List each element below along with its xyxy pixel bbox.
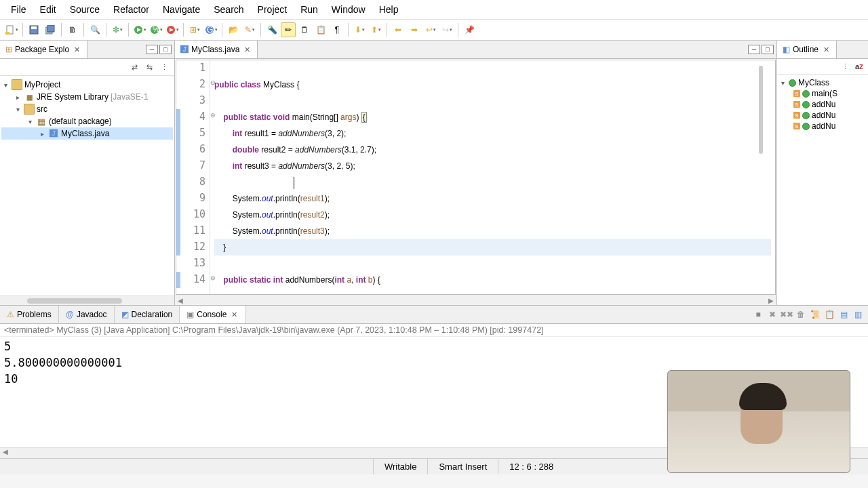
view-menu-icon[interactable]: ⋮ — [158, 61, 170, 73]
menu-edit[interactable]: Edit — [33, 1, 63, 18]
code-line[interactable]: System.out.println(result2); — [214, 207, 771, 223]
outline-method-node[interactable]: SaddNu — [778, 99, 867, 110]
code-line[interactable]: int result1 = addNumbers(3, 2); — [214, 125, 771, 142]
minimize-button[interactable]: ─ — [748, 45, 760, 54]
javadoc-icon: @ — [66, 310, 74, 319]
editor-gutter[interactable]: 12⊖34⊖567891011121314⊖ — [176, 60, 210, 294]
display-button[interactable]: ▤ — [837, 308, 850, 321]
project-node[interactable]: ▾ MyProject — [1, 79, 173, 91]
next-annotation-button[interactable]: ⬇▾ — [352, 22, 367, 37]
search-button[interactable]: 🔦 — [264, 22, 279, 37]
tab-problems[interactable]: ⚠Problems — [0, 306, 59, 323]
default-package-node[interactable]: ▾▦ (default package) — [1, 115, 173, 127]
sort-icon[interactable]: ⋮ — [839, 60, 851, 73]
code-line[interactable]: int result3 = addNumbers(3, 2, 5); — [214, 158, 771, 174]
new-package-button[interactable]: ⊞▾ — [187, 22, 202, 37]
toggle-highlight-button[interactable]: ✏ — [281, 22, 296, 37]
open-type-button[interactable]: 📂 — [226, 22, 241, 37]
close-icon[interactable]: ✕ — [229, 310, 239, 319]
package-explorer-tab[interactable]: ⊞ Package Explo ✕ — [0, 41, 87, 58]
fold-icon[interactable]: ⊖ — [210, 79, 216, 86]
skip-breakpoints-button[interactable]: 🔍 — [87, 22, 102, 37]
code-line[interactable]: } — [214, 239, 771, 256]
outline-class-node[interactable]: ▾ MyClass — [778, 77, 867, 88]
scroll-right-icon[interactable]: ▶ — [766, 297, 776, 304]
pin-editor-button[interactable]: 📌 — [462, 22, 477, 37]
menu-project[interactable]: Project — [251, 1, 294, 18]
minimize-button[interactable]: ─ — [146, 45, 158, 54]
menu-source[interactable]: Source — [63, 1, 106, 18]
code-line[interactable]: System.out.println(result3); — [214, 223, 771, 239]
scroll-lock-button[interactable]: 📜 — [809, 308, 821, 321]
new-type-button[interactable]: G▾ — [203, 22, 218, 37]
forward-button[interactable]: ➡ — [407, 22, 422, 37]
jre-node[interactable]: ▸▦ JRE System Library [JavaSE-1 — [1, 91, 173, 103]
menu-file[interactable]: File — [4, 1, 33, 18]
pin-console-button[interactable]: 📋 — [823, 308, 835, 321]
code-line[interactable] — [214, 60, 771, 77]
code-line[interactable]: public static int addNumbers(int a, int … — [214, 272, 771, 288]
maximize-button[interactable]: □ — [762, 45, 774, 54]
fold-icon[interactable]: ⊖ — [210, 274, 216, 281]
scroll-left-icon[interactable]: ◀ — [0, 448, 11, 458]
menu-run[interactable]: Run — [294, 1, 325, 18]
print-button[interactable]: 📋 — [313, 22, 328, 37]
tab-declaration[interactable]: ◩Declaration — [115, 306, 180, 323]
run-button[interactable]: ▾ — [132, 22, 147, 37]
code-editor[interactable]: 12⊖34⊖567891011121314⊖ public class MyCl… — [176, 60, 776, 295]
clear-console-button[interactable]: 🗑 — [795, 308, 807, 321]
next-edit-button[interactable]: ↪▾ — [439, 22, 454, 37]
last-edit-button[interactable]: ↩▾ — [423, 22, 438, 37]
open-task-button[interactable]: ✎▾ — [242, 22, 257, 37]
fold-icon[interactable]: ⊖ — [210, 112, 216, 119]
toggle-breadcrumb-button[interactable]: 🗎 — [65, 22, 80, 37]
code-line[interactable]: public static void main(String[] args) { — [214, 109, 771, 125]
code-line[interactable] — [214, 93, 771, 109]
code-line[interactable] — [214, 174, 771, 190]
close-icon[interactable]: ✕ — [72, 45, 81, 54]
tab-javadoc[interactable]: @Javadoc — [59, 306, 115, 323]
back-button[interactable]: ⬅ — [391, 22, 406, 37]
link-editor-icon[interactable]: ⇆ — [143, 61, 155, 73]
menu-window[interactable]: Window — [325, 1, 372, 18]
close-icon[interactable]: ✕ — [242, 45, 252, 54]
scroll-left-icon[interactable]: ◀ — [175, 297, 186, 304]
remove-all-button[interactable]: ✖✖ — [781, 308, 793, 321]
new-button[interactable]: ▾ — [4, 22, 19, 37]
tab-console[interactable]: ▣Console✕ — [180, 306, 246, 323]
code-line[interactable]: double result2 = addNumbers(3.1, 2.7); — [214, 142, 771, 158]
code-line[interactable]: public class MyClass { — [214, 77, 771, 93]
pkg-hscroll-thumb[interactable] — [27, 298, 122, 304]
menu-navigate[interactable]: Navigate — [156, 1, 207, 18]
debug-button[interactable]: ❇▾ — [110, 22, 125, 37]
menu-refactor[interactable]: Refactor — [106, 1, 156, 18]
save-all-button[interactable] — [43, 22, 58, 37]
java-file-node[interactable]: ▸🅹 MyClass.java — [1, 127, 173, 140]
save-button[interactable] — [26, 22, 41, 37]
outline-tab[interactable]: ◧ Outline ✕ — [777, 41, 837, 58]
src-node[interactable]: ▾ src — [1, 103, 173, 115]
prev-annotation-button[interactable]: ⬆▾ — [368, 22, 383, 37]
line-number: 10 — [193, 208, 205, 220]
external-tools-button[interactable]: ▾ — [165, 22, 180, 37]
show-whitespace-button[interactable]: ¶ — [330, 22, 344, 37]
code-line[interactable] — [214, 256, 771, 272]
maximize-button[interactable]: □ — [159, 45, 172, 54]
editor-tab[interactable]: 🅹 MyClass.java ✕ — [175, 41, 258, 58]
editor-hscroll[interactable]: ◀ ▶ — [175, 296, 776, 305]
annotation-button[interactable]: 🗒 — [297, 22, 312, 37]
close-icon[interactable]: ✕ — [821, 45, 831, 54]
open-console-button[interactable]: ▥ — [852, 308, 864, 321]
menu-search[interactable]: Search — [207, 1, 250, 18]
remove-launch-button[interactable]: ✖ — [766, 308, 778, 321]
menu-help[interactable]: Help — [372, 1, 406, 18]
collapse-all-icon[interactable]: ⇄ — [128, 61, 140, 73]
filter-icon[interactable]: az — [853, 60, 865, 73]
code-area[interactable]: public class MyClass { public static voi… — [210, 60, 775, 294]
coverage-button[interactable]: %▾ — [149, 22, 163, 37]
outline-method-node[interactable]: SaddNu — [778, 110, 867, 121]
code-line[interactable]: System.out.println(result1); — [214, 190, 771, 207]
terminate-button[interactable]: ■ — [752, 308, 764, 321]
outline-method-node[interactable]: SaddNu — [778, 121, 867, 131]
outline-method-node[interactable]: Smain(S — [778, 88, 867, 99]
